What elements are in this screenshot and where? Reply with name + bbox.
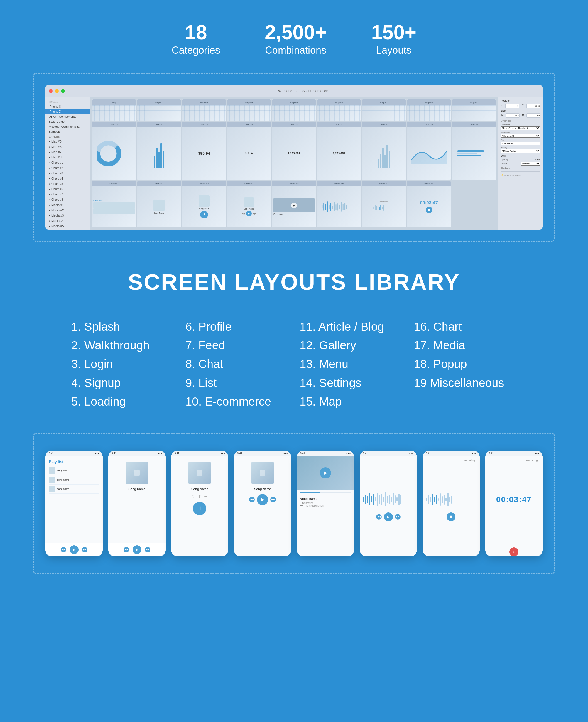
sidebar-layer-chart8[interactable]: ▸ Chart #8 bbox=[45, 197, 90, 203]
sidebar-layer-chart1[interactable]: ▸ Chart #1 bbox=[45, 160, 90, 165]
sidebar-layer-map6[interactable]: ▸ Map #6 bbox=[45, 144, 90, 149]
svg-rect-44 bbox=[395, 495, 396, 503]
prev-btn-1[interactable]: ◀◀ bbox=[61, 547, 66, 552]
status-bar-7: 9:41 ●●● bbox=[423, 451, 480, 456]
sidebar-page-symbols[interactable]: Symbols bbox=[45, 129, 90, 134]
rating-select[interactable]: / Misc / Rating bbox=[501, 149, 540, 153]
play-btn-1[interactable]: ▶ bbox=[69, 545, 79, 554]
svg-rect-56 bbox=[442, 496, 443, 503]
blending-select[interactable]: Normal bbox=[521, 162, 540, 166]
size-h-input[interactable] bbox=[526, 113, 540, 118]
song-detail-area: Song Name ◀◀ ▶ ▶▶ bbox=[234, 456, 291, 511]
sidebar-layer-media6[interactable]: ▸ Media #6 bbox=[45, 229, 90, 230]
canvas-frame-chart4: Chart #4 4.3 ★ bbox=[227, 122, 271, 180]
icon-color-select[interactable]: / Colors / #3 bbox=[501, 134, 540, 138]
right-panel-title: Position bbox=[501, 99, 540, 102]
sidebar-layer-media3[interactable]: ▸ Media #3 bbox=[45, 213, 90, 218]
position-x-input[interactable] bbox=[505, 104, 519, 108]
traffic-light-yellow[interactable] bbox=[55, 89, 59, 93]
rew-btn-6[interactable]: ◀◀ bbox=[376, 514, 382, 519]
sidebar-page-uikit[interactable]: UI Kit - Components bbox=[45, 114, 90, 119]
sidebar-layer-map8[interactable]: ▸ Map #8 bbox=[45, 155, 90, 160]
frame-body-media4: Song Name ◀◀ ▶ ▶▶ bbox=[227, 187, 271, 227]
status-icons-1: ●●● bbox=[94, 452, 99, 454]
frame-label-map6: Map #6 bbox=[317, 99, 361, 105]
song-thumb-large-3 bbox=[188, 462, 211, 484]
next-btn-2[interactable]: ▶▶ bbox=[145, 547, 150, 552]
status-bar-1: 9:41 ●●● bbox=[45, 451, 103, 456]
sidebar-layer-chart4[interactable]: ▸ Chart #4 bbox=[45, 176, 90, 181]
category-item-1: 1. Splash bbox=[71, 317, 174, 336]
sidebar-page-iphonex[interactable]: iPhone X bbox=[45, 109, 90, 114]
track-name-1: song name bbox=[57, 469, 99, 472]
play-btn-2[interactable]: ▶ bbox=[132, 545, 142, 554]
sidebar-layer-media2[interactable]: ▸ Media #2 bbox=[45, 208, 90, 213]
canvas-frame-chart1: Chart #1 bbox=[92, 122, 136, 180]
sidebar-layer-map7[interactable]: ▸ Map #7 bbox=[45, 149, 90, 155]
sidebar-layer-media5[interactable]: ▸ Media #5 bbox=[45, 224, 90, 229]
prev-btn-2[interactable]: ◀◀ bbox=[124, 547, 129, 552]
frame-body-chart6: 1,253,459 bbox=[317, 127, 361, 180]
sidebar-layer-chart5[interactable]: ▸ Chart #5 bbox=[45, 181, 90, 187]
frame-label-chart1: Chart #1 bbox=[92, 122, 136, 127]
sidebar-layer-media4[interactable]: ▸ Media #4 bbox=[45, 218, 90, 224]
canvas-frame-map1: Map bbox=[92, 99, 136, 121]
sidebar-page-mockup[interactable]: Mockup, Comments &... bbox=[45, 124, 90, 129]
share-icon[interactable]: ⬆ bbox=[198, 494, 201, 498]
sidebar-layer-chart3[interactable]: ▸ Chart #3 bbox=[45, 171, 90, 176]
category-item-11: 11. Article / Blog bbox=[299, 317, 403, 336]
status-time-8: 9:41 bbox=[489, 452, 493, 454]
right-panel-thumbnail-label: Thumbnail bbox=[501, 123, 540, 126]
frame-body-media2: Song Name bbox=[137, 187, 181, 227]
svg-rect-61 bbox=[451, 496, 453, 504]
like-icon[interactable]: ♡ bbox=[192, 494, 196, 498]
sidebar-layer-chart7[interactable]: ▸ Chart #7 bbox=[45, 192, 90, 197]
canvas-frame-map7: Map #7 bbox=[362, 99, 406, 121]
frame-label-chart6: Chart #6 bbox=[317, 122, 361, 127]
svg-rect-32 bbox=[371, 496, 372, 503]
prev-btn-4[interactable]: ◀◀ bbox=[249, 497, 255, 503]
right-panel-position: X Y bbox=[501, 104, 540, 108]
svg-rect-50 bbox=[430, 497, 431, 503]
sidebar-layer-chart2[interactable]: ▸ Chart #2 bbox=[45, 165, 90, 171]
play-btn-4[interactable]: ▶ bbox=[257, 494, 268, 505]
pause-btn-3[interactable]: ⏸ bbox=[193, 502, 206, 515]
status-icons-6: ●●● bbox=[409, 452, 414, 454]
svg-rect-12 bbox=[339, 205, 340, 209]
sidebar-label-layers: Layers bbox=[45, 134, 90, 139]
canvas-frame-media6: Media #6 bbox=[317, 181, 361, 227]
category-item-13: 13. Menu bbox=[299, 355, 403, 373]
next-btn-4[interactable]: ▶▶ bbox=[270, 497, 276, 503]
sidebar-page-styleguide[interactable]: Style Guide bbox=[45, 119, 90, 124]
stop-btn-8[interactable]: ● bbox=[509, 548, 519, 556]
svg-rect-28 bbox=[363, 497, 364, 502]
pause-btn-7[interactable]: ⏸ bbox=[446, 512, 456, 521]
position-y-input[interactable] bbox=[526, 104, 540, 108]
sidebar-layer-chart6[interactable]: ▸ Chart #6 bbox=[45, 187, 90, 192]
fwd-btn-6[interactable]: ▶▶ bbox=[395, 514, 401, 519]
traffic-light-green[interactable] bbox=[61, 89, 65, 93]
play-btn-6[interactable]: ▶ bbox=[384, 512, 393, 521]
song-thumb-large-4 bbox=[251, 462, 274, 484]
size-w-input[interactable] bbox=[506, 113, 520, 118]
more-icon[interactable]: ••• bbox=[204, 494, 208, 498]
svg-rect-36 bbox=[379, 495, 380, 504]
traffic-light-red[interactable] bbox=[49, 89, 52, 93]
sidebar-layer-media1[interactable]: ▸ Media #1 bbox=[45, 203, 90, 208]
frame-label-map1: Map bbox=[92, 99, 136, 105]
sidebar-page-iphone8[interactable]: iPhone 8 bbox=[45, 104, 90, 109]
canvas-frame-map9: Map #9 bbox=[452, 99, 496, 121]
status-icons-4: ●●● bbox=[284, 452, 288, 454]
sketch-sidebar[interactable]: Pages iPhone 8 iPhone X UI Kit - Compone… bbox=[45, 97, 90, 230]
song-thumb-large-2 bbox=[126, 462, 148, 484]
player-controls-1: ◀◀ ▶ ▶▶ bbox=[45, 543, 103, 556]
make-exportable-section: ⚡ Make Exportable + bbox=[501, 171, 540, 176]
library-title: SCREEN LAYOUTS LIBRARY bbox=[34, 270, 554, 295]
svg-rect-16 bbox=[346, 205, 347, 209]
svg-rect-34 bbox=[375, 497, 376, 501]
next-btn-1[interactable]: ▶▶ bbox=[82, 547, 87, 552]
thumbnail-select[interactable]: / Icons / Image_Thumbnail bbox=[501, 126, 540, 130]
title-input[interactable] bbox=[501, 142, 540, 145]
video-play-btn[interactable]: ▶ bbox=[320, 467, 331, 479]
sidebar-layer-map5[interactable]: ▸ Map #5 bbox=[45, 139, 90, 144]
